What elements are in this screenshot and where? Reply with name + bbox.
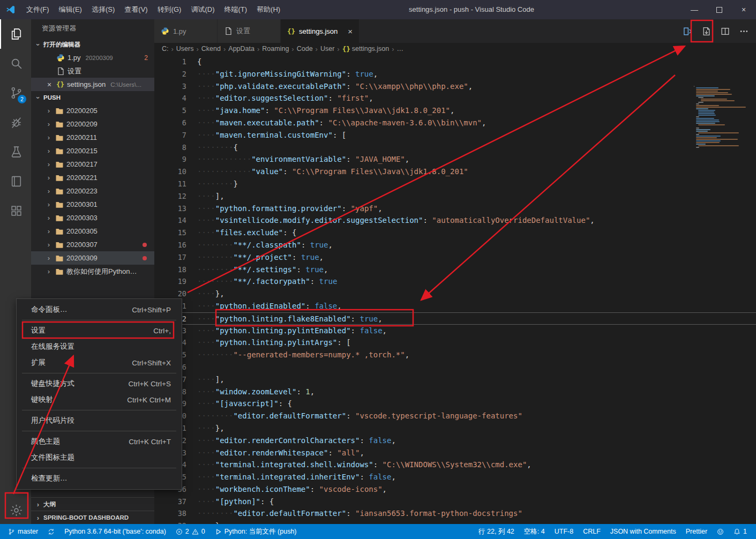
- code-line[interactable]: 15····"files.exclude": {: [154, 227, 756, 239]
- code-line[interactable]: 18········"**/.settings": true,: [154, 264, 756, 276]
- code-line[interactable]: 4····"editor.suggestSelection": "first",: [154, 92, 756, 104]
- activity-item-extensions[interactable]: [0, 196, 31, 226]
- activity-item-references[interactable]: [0, 167, 31, 196]
- folder-item[interactable]: ›20200309: [31, 251, 154, 265]
- activity-item-test[interactable]: [0, 137, 31, 167]
- code-line[interactable]: 33····"editor.renderWhitespace": "all",: [154, 447, 756, 459]
- code-line[interactable]: 31····},: [154, 422, 756, 435]
- breadcrumb-item[interactable]: Code: [297, 45, 313, 53]
- menubar-item[interactable]: 终端(T): [219, 0, 252, 19]
- tab-1py[interactable]: 1.py: [154, 19, 218, 43]
- folder-item[interactable]: ›20200221: [31, 171, 154, 184]
- activity-item-debug[interactable]: [0, 108, 31, 137]
- push-section-header[interactable]: › PUSH: [31, 91, 154, 104]
- status-item-sync[interactable]: [43, 524, 59, 539]
- code-line[interactable]: 3····"php.validate.executablePath": "C:\…: [154, 80, 756, 93]
- folder-item[interactable]: ›20200209: [31, 117, 154, 131]
- code-line[interactable]: 10············"value": "C:\\Program File…: [154, 166, 756, 178]
- status-item-notifications[interactable]: 1: [729, 524, 752, 539]
- status-item-encoding[interactable]: UTF-8: [550, 524, 578, 539]
- folder-item[interactable]: ›20200211: [31, 131, 154, 144]
- maximize-button[interactable]: [707, 0, 731, 19]
- code-line[interactable]: 28····"window.zoomLevel": 1,: [154, 386, 756, 398]
- folder-item[interactable]: ›20200301: [31, 198, 154, 211]
- code-line[interactable]: 38········"editor.defaultFormatter": "ia…: [154, 507, 756, 520]
- context-menu-item-keymaps[interactable]: 键映射Ctrl+K Ctrl+M: [17, 392, 182, 408]
- open-editor-item[interactable]: 设置: [31, 64, 154, 78]
- status-item-git-branch[interactable]: master: [3, 524, 43, 539]
- editor-action-more-actions-icon[interactable]: [739, 27, 748, 36]
- menubar-item[interactable]: 转到(G): [153, 0, 186, 19]
- code-line[interactable]: 34····"terminal.integrated.shell.windows…: [154, 459, 756, 471]
- menubar-item[interactable]: 调试(D): [186, 0, 219, 19]
- code-line[interactable]: 23····"python.linting.pylintEnabled": fa…: [154, 325, 756, 337]
- breadcrumb-item[interactable]: …: [397, 45, 404, 53]
- folder-item[interactable]: ›20200217: [31, 158, 154, 171]
- folder-item[interactable]: ›20200307: [31, 238, 154, 251]
- breadcrumb-item[interactable]: Roaming: [262, 45, 289, 53]
- folder-item[interactable]: ›20200303: [31, 211, 154, 224]
- status-item-feedback[interactable]: [712, 524, 729, 539]
- context-menu-item-keyboard-shortcuts[interactable]: 键盘快捷方式Ctrl+K Ctrl+S: [17, 376, 182, 392]
- code-line[interactable]: 35····"terminal.integrated.inheritEnv": …: [154, 471, 756, 483]
- code-line[interactable]: 26: [154, 361, 756, 373]
- open-editor-item[interactable]: 1.py202003092: [31, 51, 154, 64]
- folder-item[interactable]: ›20200223: [31, 184, 154, 198]
- context-menu-item-file-icon-theme[interactable]: 文件图标主题: [17, 450, 182, 466]
- context-menu-item-settings[interactable]: 设置Ctrl+,: [17, 323, 182, 339]
- breadcrumb-item[interactable]: User: [320, 45, 334, 53]
- menubar-item[interactable]: 编辑(E): [54, 0, 87, 19]
- minimize-button[interactable]: —: [682, 0, 707, 19]
- code-line[interactable]: 17········"**/.project": true,: [154, 251, 756, 264]
- status-item-cursor-position[interactable]: 行 22, 列 42: [474, 524, 519, 539]
- context-menu-item-command-palette[interactable]: 命令面板…Ctrl+Shift+P: [17, 302, 182, 318]
- code-line[interactable]: 7····"maven.terminal.customEnv": [: [154, 129, 756, 141]
- code-line[interactable]: 30········"editor.defaultFormatter": "vs…: [154, 410, 756, 422]
- code-line[interactable]: 1{: [154, 56, 756, 68]
- code-line[interactable]: 21····"python.jediEnabled": false,: [154, 300, 756, 312]
- code-line[interactable]: 11········}: [154, 178, 756, 190]
- breadcrumb-item[interactable]: {}settings.json: [342, 45, 390, 53]
- code-line[interactable]: 5····"java.home": "C:\\Program Files\\Ja…: [154, 104, 756, 117]
- editor-action-open-settings-json-icon[interactable]: [702, 27, 711, 36]
- activity-item-source-control[interactable]: 2: [0, 78, 31, 108]
- status-item-run-python-file[interactable]: Python: 当前文件 (push): [210, 524, 302, 539]
- folder-item[interactable]: ›20200215: [31, 144, 154, 158]
- code-line[interactable]: 2····"git.ignoreMissingGitWarning": true…: [154, 68, 756, 80]
- code-line[interactable]: 25········"--generated-members=numpy.* ,…: [154, 349, 756, 361]
- code-line[interactable]: 22····"python.linting.flake8Enabled": tr…: [154, 312, 756, 325]
- folder-item[interactable]: ›教你如何使用Python…: [31, 265, 154, 278]
- close-button[interactable]: ×: [731, 0, 756, 19]
- tab-settings-ui[interactable]: 设置: [218, 19, 281, 43]
- code-line[interactable]: 16········"**/.classpath": true,: [154, 239, 756, 251]
- code-line[interactable]: 36····"workbench.iconTheme": "vscode-ico…: [154, 483, 756, 496]
- status-item-formatter[interactable]: Prettier: [681, 524, 712, 539]
- tab-settings-json[interactable]: {}settings.json×: [281, 19, 360, 43]
- sidebar-section-大纲[interactable]: ›大纲: [31, 497, 154, 511]
- activity-item-search[interactable]: [0, 49, 31, 78]
- menubar-item[interactable]: 查看(V): [119, 0, 152, 19]
- breadcrumb-item[interactable]: C:: [162, 45, 169, 53]
- code-line[interactable]: 9············"environmentVariable": "JAV…: [154, 153, 756, 166]
- breadcrumb[interactable]: C:›Users›Ckend›AppData›Roaming›Code›User…: [154, 43, 756, 55]
- code-line[interactable]: 39····},: [154, 520, 756, 524]
- context-menu-item-extensions[interactable]: 扩展Ctrl+Shift+X: [17, 355, 182, 371]
- minimap[interactable]: [694, 86, 750, 148]
- code-line[interactable]: 14····"vsintellicode.modify.editor.sugge…: [154, 214, 756, 227]
- code-line[interactable]: 13····"python.formatting.provider": "yap…: [154, 203, 756, 215]
- activity-item-settings[interactable]: [0, 496, 31, 524]
- editor-action-open-changes-icon[interactable]: [683, 27, 692, 36]
- code-line[interactable]: 32····"editor.renderControlCharacters": …: [154, 435, 756, 447]
- tab-close-icon[interactable]: ×: [348, 27, 353, 36]
- code-line[interactable]: 6····"maven.executable.path": "C:\\apach…: [154, 117, 756, 129]
- breadcrumb-item[interactable]: Ckend: [201, 45, 221, 53]
- code-line[interactable]: 37····"[python]": {: [154, 496, 756, 508]
- menubar-item[interactable]: 帮助(H): [252, 0, 285, 19]
- open-editors-header[interactable]: › 打开的编辑器: [31, 38, 154, 51]
- context-menu-item-check-updates[interactable]: 检查更新…: [17, 470, 182, 486]
- status-item-language-mode[interactable]: JSON with Comments: [605, 524, 681, 539]
- context-menu-item-color-theme[interactable]: 颜色主题Ctrl+K Ctrl+T: [17, 433, 182, 450]
- close-editor-icon[interactable]: ×: [45, 80, 54, 89]
- status-item-indentation[interactable]: 空格: 4: [519, 524, 550, 539]
- code-line[interactable]: 12····],: [154, 190, 756, 203]
